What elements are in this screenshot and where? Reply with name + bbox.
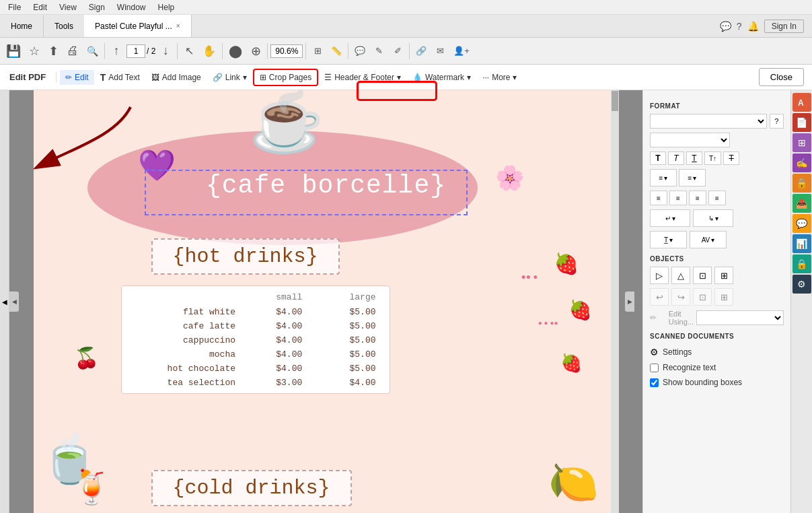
stamp-tool[interactable]: ✐ xyxy=(389,44,406,58)
align-justify-btn[interactable]: ≡ xyxy=(708,191,726,205)
edit-using-select[interactable] xyxy=(696,310,784,325)
close-button[interactable]: Close xyxy=(759,68,804,86)
recognize-text-label: Recognize text xyxy=(663,363,716,372)
align-left-btn[interactable]: ≡ xyxy=(650,191,667,205)
numbered-list-btn[interactable]: ≡ ▾ xyxy=(679,169,706,186)
font-size-select[interactable] xyxy=(650,133,730,147)
menu-help[interactable]: Help xyxy=(153,1,180,13)
watermark-button[interactable]: 💧 Watermark ▾ xyxy=(407,70,476,85)
draw-tool[interactable]: ✎ xyxy=(370,44,387,58)
zoom-input[interactable] xyxy=(270,44,303,58)
pdf-export-btn[interactable]: 📤 xyxy=(792,194,811,213)
scrollbar[interactable] xyxy=(611,90,619,513)
obj-btn-4[interactable]: ⊞ xyxy=(714,288,733,306)
indent-increase-btn[interactable]: ↳ ▾ xyxy=(693,209,733,227)
dots-1: ●● ● xyxy=(521,272,538,281)
menu-window[interactable]: Window xyxy=(112,1,151,13)
align-center-btn[interactable]: ≡ xyxy=(669,191,687,205)
scroll-thumb[interactable] xyxy=(612,91,618,111)
bookmark-button[interactable]: ☆ xyxy=(26,42,43,61)
next-page-button[interactable]: ↓ xyxy=(157,42,174,60)
arrange-forward-btn[interactable]: ▷ xyxy=(650,267,669,284)
menu-edit[interactable]: Edit xyxy=(28,1,52,13)
comment-tool[interactable]: 💬 xyxy=(351,44,369,58)
group-btn[interactable]: ⊞ xyxy=(714,267,733,284)
tab-document[interactable]: Pastel Cute Playful ... × xyxy=(84,15,192,37)
add-text-button[interactable]: T Add Text xyxy=(95,69,145,86)
indent-decrease-btn[interactable]: ↵ ▾ xyxy=(650,209,690,227)
pdf-share-btn[interactable]: 💬 xyxy=(792,214,811,233)
right-page-arrow[interactable]: ▶ xyxy=(625,292,634,312)
print-button[interactable]: 🖨 xyxy=(63,42,82,60)
price-large-5: $5.00 xyxy=(316,362,387,375)
redo-btn[interactable]: ↪ xyxy=(671,288,690,306)
objects-section-title: OBJECTS xyxy=(650,255,784,263)
header-footer-button[interactable]: ☰ Header & Footer ▾ xyxy=(319,70,406,85)
pdf-compress-btn[interactable]: 🔒 xyxy=(792,254,811,273)
upload-button[interactable]: ⬆ xyxy=(44,42,62,61)
link-button[interactable]: 🔗 Link ▾ xyxy=(207,70,252,85)
ruler-tool[interactable]: 📏 xyxy=(328,44,345,58)
left-page-arrow[interactable]: ◀ xyxy=(9,292,19,312)
pdf-create-btn[interactable]: 📄 xyxy=(792,113,811,132)
tab-close-icon[interactable]: × xyxy=(176,22,180,30)
more-button[interactable]: ··· More ▾ xyxy=(477,70,522,85)
pdf-organize-btn[interactable]: 📊 xyxy=(792,234,811,253)
crop-pages-button[interactable]: ⊞ Crop Pages xyxy=(253,69,318,86)
menu-view[interactable]: View xyxy=(54,1,82,13)
settings-row[interactable]: ⚙ Settings xyxy=(650,344,784,360)
menu-file[interactable]: File xyxy=(3,1,26,13)
obj-btn-3[interactable]: ⊡ xyxy=(693,288,712,306)
zoom-out-button[interactable]: 🔍 xyxy=(83,44,102,59)
crop-obj-btn[interactable]: ⊡ xyxy=(693,267,712,284)
notification-icon[interactable]: 🔔 xyxy=(747,21,759,32)
superscript-btn[interactable]: T↑ xyxy=(704,151,721,165)
text-color-btn[interactable]: T ▾ xyxy=(650,231,687,248)
zoom-in-tool[interactable]: ⊕ xyxy=(247,42,264,61)
font-help-icon[interactable]: ? xyxy=(770,114,784,129)
strawberry-2: 🍓 xyxy=(568,299,592,321)
select-tool[interactable]: ↖ xyxy=(180,42,198,59)
pdf-settings-btn[interactable]: ⚙ xyxy=(792,275,811,294)
edit-button[interactable]: ✏ Edit xyxy=(60,70,94,85)
align-right-btn[interactable]: ≡ xyxy=(689,191,706,205)
pdf-review-btn[interactable]: ✍ xyxy=(792,153,811,172)
link-tool[interactable]: 🔗 xyxy=(412,44,430,58)
cherry-left: 🍒 xyxy=(74,346,99,370)
tab-tools[interactable]: Tools xyxy=(44,15,84,37)
left-sidebar-toggle[interactable]: ◀ xyxy=(0,90,9,513)
sign-in-button[interactable]: Sign In xyxy=(764,20,804,33)
bold-style-btn[interactable]: T xyxy=(650,151,666,165)
marquee-tool[interactable]: ⬤ xyxy=(225,42,246,61)
show-bounding-checkbox[interactable] xyxy=(650,378,659,387)
help-icon[interactable]: ? xyxy=(737,21,742,32)
add-image-button[interactable]: 🖼 Add Image xyxy=(146,70,207,85)
pdf-edit-btn[interactable]: ⊞ xyxy=(792,133,811,152)
recognize-text-checkbox[interactable] xyxy=(650,364,659,372)
acrobat-btn[interactable]: A xyxy=(792,93,811,112)
italic-style-btn[interactable]: T xyxy=(668,151,684,165)
hand-tool[interactable]: ✋ xyxy=(199,42,219,59)
menu-sign[interactable]: Sign xyxy=(83,1,110,13)
tab-bar: Home Tools Pastel Cute Playful ... × 💬 ?… xyxy=(0,15,812,38)
share-tool[interactable]: 👤+ xyxy=(450,44,473,58)
comment-icon[interactable]: 💬 xyxy=(720,21,731,32)
item-name-6: tea selection xyxy=(123,376,242,389)
bullet-list-btn[interactable]: ≡ ▾ xyxy=(650,169,677,186)
strikethrough-btn[interactable]: T xyxy=(723,151,739,165)
arrange-up-btn[interactable]: △ xyxy=(671,267,690,284)
save-button[interactable]: 💾 xyxy=(3,42,24,61)
font-family-select[interactable] xyxy=(650,114,767,129)
watermark-label: Watermark xyxy=(425,73,464,82)
objects-row-1: ▷ △ ⊡ ⊞ xyxy=(650,267,784,284)
highlight-color-btn[interactable]: AV ▾ xyxy=(690,231,727,248)
crop-tool[interactable]: ⊞ xyxy=(309,44,326,58)
prev-page-button[interactable]: ↑ xyxy=(108,42,125,60)
tab-home[interactable]: Home xyxy=(0,15,44,37)
undo-btn[interactable]: ↩ xyxy=(650,288,669,306)
email-tool[interactable]: ✉ xyxy=(431,44,449,58)
underline-style-btn[interactable]: T xyxy=(686,151,702,165)
page-number-input[interactable] xyxy=(126,44,145,58)
tab-home-label: Home xyxy=(11,22,32,31)
pdf-protect-btn[interactable]: 🔒 xyxy=(792,174,811,193)
